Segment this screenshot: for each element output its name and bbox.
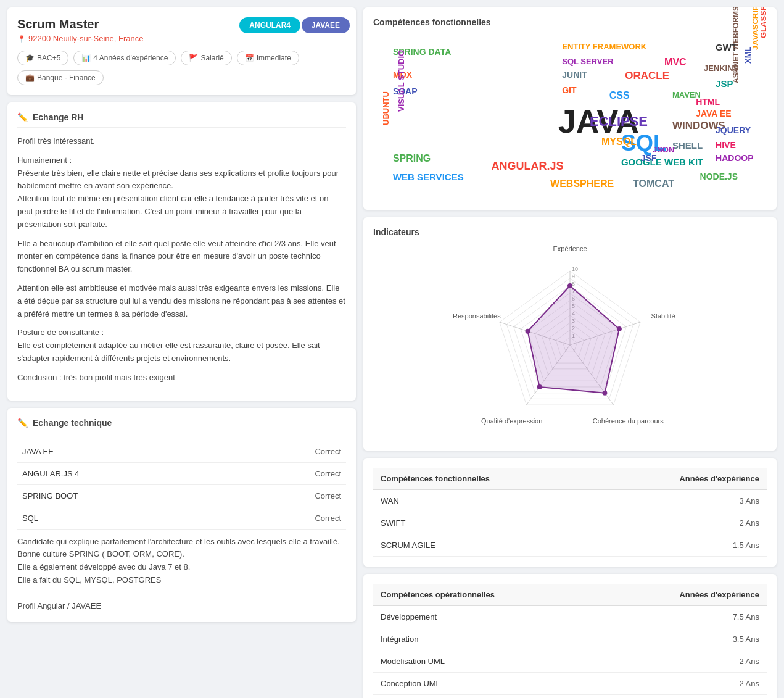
radar-title: Indicateurs	[373, 227, 767, 237]
tag-icon: 💼	[25, 73, 35, 82]
edit-icon-2: ✏️	[17, 418, 28, 428]
cloud-word: WEB SERVICES	[393, 172, 464, 182]
table-row: Développement7.5 Ans	[373, 606, 767, 628]
wordcloud-title: Compétences fonctionnelles	[373, 17, 767, 27]
cloud-word: GIT	[562, 85, 576, 95]
cloud-word: HADOOP	[716, 153, 753, 163]
rh-paragraph: Conclusion : très bon profil mais très e…	[17, 372, 346, 384]
rh-paragraph: Profil très intéressant.	[17, 135, 346, 148]
svg-text:10: 10	[572, 266, 578, 272]
profile-tag: 🎓BAC+5	[17, 51, 68, 65]
cloud-word: ANGULAR.JS	[491, 160, 563, 173]
comp-years: 3 Ans	[596, 490, 767, 512]
wordcloud: JAVASQLSPRING DATAENTITY FRAMEWORKGWTSQL…	[373, 33, 767, 200]
comp-op-years: 2 Ans	[600, 673, 767, 695]
skill-name: JAVA EE	[17, 441, 231, 463]
svg-text:Qualité d'expression: Qualité d'expression	[481, 417, 542, 425]
cloud-word: JUNIT	[562, 70, 587, 80]
comp-years: 1.5 Ans	[596, 534, 767, 557]
skill-name: ANGULAR.JS 4	[17, 462, 231, 484]
cloud-word: UBUNTU	[381, 91, 390, 125]
angular-button[interactable]: ANGULAR4	[239, 17, 300, 33]
svg-text:Responsabilités: Responsabilités	[453, 312, 501, 320]
table-row: WAN3 Ans	[373, 490, 767, 512]
echange-technique-title: Echange technique	[33, 418, 112, 428]
radar-card: Indicateurs 12345678910ExpérienceStabili…	[363, 217, 777, 451]
echange-technique-card: ✏️ Echange technique JAVA EECorrectANGUL…	[7, 408, 356, 623]
tag-icon: 🚩	[189, 54, 198, 62]
skill-name: SQL	[17, 507, 231, 529]
cloud-word: JAVA EE	[696, 109, 731, 118]
cloud-word: SPRING	[393, 153, 431, 164]
comp-fonc-header: Compétences fonctionnelles	[373, 468, 596, 490]
echange-rh-header: ✏️ Echange RH	[17, 112, 346, 128]
comp-fonc-years-header: Années d'expérience	[596, 468, 767, 490]
svg-point-27	[617, 326, 622, 331]
rh-paragraph: Posture de consultante :Elle est complèt…	[17, 326, 346, 365]
comp-op-years: 7.5 Ans	[600, 606, 767, 628]
table-row: JAVA EECorrect	[17, 441, 346, 463]
table-row: Modélisation UML2 Ans	[373, 650, 767, 673]
cloud-word: GOOGLE WEB KIT	[621, 157, 703, 167]
profile-tag: 🚩Salarié	[181, 51, 231, 65]
cloud-word: JSP	[716, 78, 733, 89]
comp-op-table: Compétences opérationnelles Années d'exp…	[373, 584, 767, 695]
cloud-word: SQL SERVER	[562, 57, 613, 66]
comp-name: SCRUM AGILE	[373, 534, 596, 557]
tags-container: 🎓BAC+5📊4 Années d'expérience🚩Salarié📅Imm…	[17, 51, 346, 85]
svg-point-28	[602, 391, 607, 396]
comp-op-card: Compétences opérationnelles Années d'exp…	[363, 574, 777, 698]
echange-rh-content: Profil très intéressant.Humainement :Pré…	[17, 135, 346, 384]
comp-op-header: Compétences opérationnelles	[373, 584, 600, 606]
tag-label: Immediate	[257, 54, 291, 62]
comp-years: 2 Ans	[596, 512, 767, 534]
table-row: Intégration3.5 Ans	[373, 628, 767, 650]
cloud-word: MVC	[664, 57, 687, 68]
profile-tag: 💼Banque - Finance	[17, 70, 104, 85]
skill-result: Correct	[231, 441, 346, 463]
tag-icon: 🎓	[25, 54, 35, 62]
comp-name: WAN	[373, 490, 596, 512]
svg-point-29	[537, 384, 542, 389]
cloud-word: WEBSPHERE	[550, 178, 614, 189]
svg-text:Cohérence du parcours: Cohérence du parcours	[593, 417, 664, 425]
tech-table: JAVA EECorrectANGULAR.JS 4CorrectSPRING …	[17, 441, 346, 530]
table-row: SQLCorrect	[17, 507, 346, 529]
cloud-word: TOMCAT	[633, 178, 674, 189]
svg-text:Expérience: Expérience	[553, 245, 587, 252]
echange-rh-title: Echange RH	[33, 112, 83, 122]
comp-op-years: 2 Ans	[600, 650, 767, 673]
edit-icon: ✏️	[17, 112, 28, 122]
cloud-word: VISUAL STUDIO	[397, 50, 406, 112]
profile-tag: 📊4 Années d'expérience	[73, 51, 176, 65]
cloud-word: MYSQL	[601, 136, 637, 147]
skill-result: Correct	[231, 507, 346, 529]
skill-result: Correct	[231, 462, 346, 484]
tag-icon: 📊	[81, 54, 91, 62]
cloud-word: NODE.JS	[700, 172, 738, 181]
javaee-button[interactable]: JAVAEE	[302, 17, 350, 33]
cloud-word: ASP.NET WEBFORMS	[732, 7, 740, 83]
tag-label: BAC+5	[37, 54, 60, 62]
tech-note: Candidate qui explique parfaitement l'ar…	[17, 530, 346, 613]
svg-text:Stabilité: Stabilité	[651, 312, 675, 320]
right-column: Compétences fonctionnelles JAVASQLSPRING…	[363, 7, 777, 698]
rh-paragraph: Humainement :Présente très bien, elle cl…	[17, 154, 346, 231]
cloud-word: JSF	[641, 153, 657, 163]
table-row: Conception UML2 Ans	[373, 673, 767, 695]
svg-point-26	[567, 283, 572, 288]
svg-point-30	[526, 329, 530, 334]
profile-header-card: Scrum Master 92200 Neuilly-sur-Seine, Fr…	[7, 7, 356, 95]
table-row: SPRING BOOTCorrect	[17, 484, 346, 507]
left-column: Scrum Master 92200 Neuilly-sur-Seine, Fr…	[7, 7, 356, 698]
cloud-word: ORACLE	[625, 70, 669, 82]
table-row: ANGULAR.JS 4Correct	[17, 462, 346, 484]
tag-label: Banque - Finance	[37, 73, 96, 82]
comp-op-name: Intégration	[373, 628, 600, 650]
comp-op-years-header: Années d'expérience	[600, 584, 767, 606]
tag-label: Salarié	[200, 54, 223, 62]
echange-rh-card: ✏️ Echange RH Profil très intéressant.Hu…	[7, 102, 356, 401]
radar-chart: 12345678910ExpérienceStabilitéCohérence …	[410, 249, 730, 434]
svg-marker-25	[528, 286, 619, 393]
comp-op-name: Modélisation UML	[373, 650, 600, 673]
